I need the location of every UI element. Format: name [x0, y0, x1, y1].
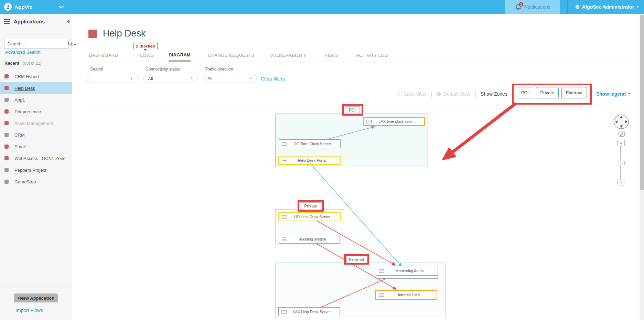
app-color-square: [4, 180, 9, 184]
diagram-node-help-desk-portal[interactable]: Help Desk Portal: [278, 156, 341, 165]
diagram-view-toolbar: Save View | Default View | Show Zones PC…: [397, 83, 631, 105]
tab-vulnerability[interactable]: VULNERABILITY: [270, 53, 306, 62]
server-icon: [282, 142, 287, 146]
app-color-square: [4, 86, 9, 90]
search-input[interactable]: [7, 41, 68, 46]
sidebar-item-peppers-project[interactable]: Peppers Project: [0, 164, 72, 176]
zone-label-pci: PCI: [345, 106, 360, 114]
tab-risks[interactable]: RISKS: [324, 53, 339, 62]
app-brand[interactable]: 1 AppViz: [4, 0, 32, 14]
notifications-button[interactable]: 2 Notifications: [505, 0, 560, 14]
diagram-node-monitoring-alerts[interactable]: Monitoring Alerts: [376, 266, 438, 276]
dropdown-caret-icon: ▼: [249, 77, 253, 80]
recent-count: (out of 21): [23, 61, 42, 66]
page-title: Help Desk: [103, 28, 146, 39]
diagram-node-ho-help-desk[interactable]: HO Help Desk Server: [278, 212, 341, 221]
traffic-filter-label: Traffic direction: [205, 67, 233, 72]
sidebar-search-box[interactable]: [4, 39, 68, 49]
advanced-search-link[interactable]: Advanced Search: [5, 50, 41, 55]
sidebar-footer: +New Application Import Flows: [0, 287, 72, 320]
sidebar-item-asset-management[interactable]: Asset Management: [0, 117, 72, 129]
server-icon: [379, 293, 384, 297]
diagram-node-lax-time-clock[interactable]: LAX time clock serv...: [363, 117, 425, 126]
tab-diagram[interactable]: DIAGRAM: [169, 52, 191, 62]
new-application-button[interactable]: +New Application: [14, 294, 58, 302]
show-zones-label[interactable]: Show Zones: [481, 91, 507, 97]
header-divider: [567, 0, 568, 14]
sidebar-item-help-desk[interactable]: Help Desk: [0, 82, 72, 94]
traffic-direction-dropdown[interactable]: All ▼: [203, 74, 257, 83]
zone-label-external: External: [346, 256, 366, 263]
scrollbar-thumb[interactable]: [640, 15, 644, 190]
sidebar-title: Applications: [14, 19, 45, 24]
menu-hamburger-icon[interactable]: [4, 19, 10, 24]
top-header: 1 AppViz 2 Notifications ⚙ AlgoSec Admin…: [0, 0, 644, 14]
app-color-square: [4, 145, 9, 149]
tab-activity-log[interactable]: ACTIVITY LOG: [356, 53, 388, 62]
toolbar-divider: |: [475, 91, 476, 97]
app-color-square: [4, 74, 9, 78]
recent-label: Recent: [4, 61, 19, 66]
gear-icon: ⚙: [575, 4, 580, 10]
clear-filters-link[interactable]: Clear filters: [261, 76, 285, 82]
toolbar-separator: [87, 106, 638, 106]
sidebar-item-gamestop[interactable]: GameStop: [0, 176, 72, 188]
default-view-button[interactable]: Default View: [437, 91, 470, 97]
tab-flows[interactable]: FLOWS 2 Blocked: [137, 53, 154, 62]
connectivity-filter-label: Connectivity status: [146, 67, 180, 72]
diagram-node-internal-cms[interactable]: Internal CMS: [375, 290, 437, 300]
sidebar-collapse-icon[interactable]: [67, 20, 69, 24]
tab-change-requests[interactable]: CHANGE REQUESTS: [208, 53, 254, 62]
sidebar-item-crm-hybrid[interactable]: CRM Hybrid: [0, 71, 72, 82]
user-menu[interactable]: ⚙ AlgoSec Administrator ▼: [575, 4, 639, 10]
zoom-slider-handle[interactable]: [618, 161, 625, 165]
app-color-square: [4, 156, 9, 160]
server-icon: [282, 215, 287, 219]
diagram-node-lax-help-desk[interactable]: LAX Help Desk Server: [278, 307, 340, 316]
blocked-flows-badge: 2 Blocked: [133, 43, 158, 49]
zone-filter-button-external[interactable]: External: [561, 87, 587, 98]
diagram-node-dc-time-clock[interactable]: DC Time Clock Server: [279, 139, 341, 148]
appviz-logo-icon: 1: [4, 3, 12, 11]
brand-chevron-down-icon[interactable]: [58, 6, 64, 9]
save-icon: [397, 92, 401, 96]
toolbar-divider: |: [431, 91, 432, 97]
user-caret-down-icon: ▼: [636, 6, 639, 9]
dropdown-caret-icon: ▼: [130, 77, 133, 80]
diagram-node-ticketing-system[interactable]: Ticketing system: [279, 235, 340, 244]
monitoring-alerts-subpanel: [376, 276, 438, 279]
brand-name: AppViz: [14, 4, 32, 10]
diagonal-resize-icon: [620, 132, 624, 136]
server-icon: [281, 310, 287, 314]
search-icon[interactable]: [68, 41, 73, 46]
zone-filter-button-private[interactable]: Private: [536, 87, 559, 98]
notifications-label: Notifications: [524, 4, 550, 10]
search-caret-down-icon[interactable]: [74, 44, 76, 46]
server-icon: [282, 159, 287, 162]
sidebar-item-email[interactable]: Email: [0, 141, 72, 152]
sidebar-item-app1[interactable]: App1: [0, 94, 72, 106]
sidebar-divider: [0, 58, 72, 58]
app-color-square: [4, 109, 9, 114]
save-view-button[interactable]: Save View: [397, 91, 426, 97]
annotation-rect-zone-buttons: PCI Private External: [512, 84, 592, 105]
connectivity-status-dropdown[interactable]: All ▼: [143, 74, 198, 83]
pan-compass-control[interactable]: [612, 113, 630, 131]
sidebar-item-crm[interactable]: CRM: [0, 129, 72, 141]
search-filter-dropdown[interactable]: ▼: [87, 74, 138, 83]
zone-filter-button-pci[interactable]: PCI: [517, 87, 533, 98]
tab-dashboard[interactable]: DASHBOARD: [89, 53, 118, 62]
app-color-square: [4, 133, 9, 137]
search-filter-label: Search: [90, 67, 103, 72]
sidebar-item-telepresence[interactable]: Telepresence: [0, 106, 72, 117]
server-icon: [379, 269, 384, 273]
vertical-scrollbar[interactable]: [640, 14, 644, 320]
sidebar-item-webaccess[interactable]: WebAccess - DCN1 Zone: [0, 152, 72, 164]
import-flows-link[interactable]: Import Flows: [15, 308, 43, 313]
zoom-out-button[interactable]: −: [618, 180, 624, 185]
fit-to-screen-button[interactable]: [619, 131, 625, 137]
show-legend-toggle[interactable]: Show legend ▼: [596, 91, 631, 97]
legend-caret-down-icon: ▼: [627, 92, 631, 96]
zoom-in-button[interactable]: +: [617, 140, 625, 146]
tab-bar: DASHBOARD FLOWS 2 Blocked DIAGRAM CHANGE…: [87, 48, 638, 62]
